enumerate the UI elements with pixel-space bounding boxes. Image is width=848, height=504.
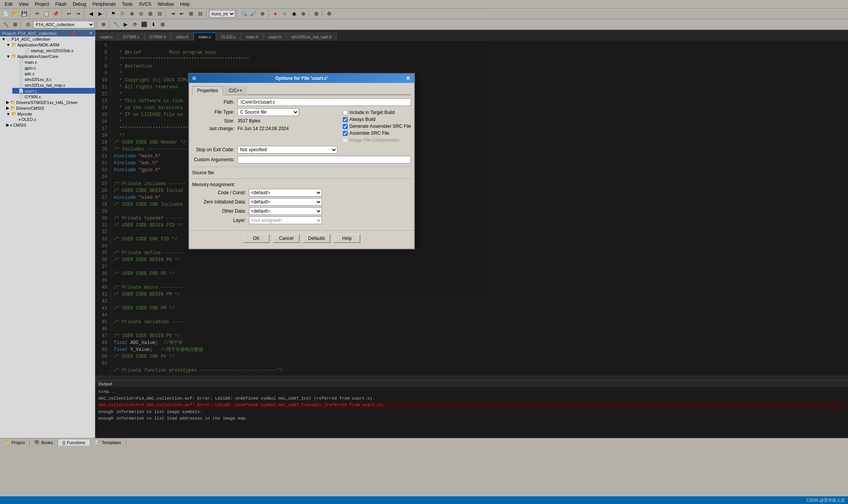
size-row: Size: 3537 Bytes — [192, 118, 329, 124]
filetype-row: File Type: C Source file C++ Source file… — [192, 108, 329, 116]
code-const-row: Code / Const: <default> — [192, 189, 411, 197]
dialog-overlay: ⊙ Options for File 'usart.c' ✕ Propertie… — [0, 0, 848, 504]
zero-init-select[interactable]: <default> — [249, 198, 322, 206]
stoponexitcode-label: Stop on Exit Code: — [192, 147, 234, 152]
check-assemble-src-input[interactable] — [343, 131, 348, 136]
size-label: Size: — [192, 118, 234, 124]
size-value: 3537 Bytes — [237, 118, 261, 124]
dialog-icon: ⊙ — [192, 76, 196, 81]
dialog-title-bar: ⊙ Options for File 'usart.c' ✕ — [189, 74, 414, 83]
check-include-target-input[interactable] — [343, 110, 348, 115]
filetype-label: File Type: — [192, 109, 234, 115]
memory-assign-title: Memory Assignment: — [192, 182, 411, 187]
dialog-cancel-btn[interactable]: Cancel — [273, 234, 300, 243]
layer-row: Layer: <not assigned> — [192, 216, 411, 224]
section-divider2 — [192, 178, 411, 179]
path-input[interactable] — [237, 98, 411, 106]
options-dialog: ⊙ Options for File 'usart.c' ✕ Propertie… — [188, 73, 415, 250]
customargs-row: Custom Arguments: — [192, 156, 411, 164]
filetype-left: File Type: C Source file C++ Source file… — [192, 108, 329, 144]
path-row: Path: — [192, 98, 411, 106]
lastchange-row: last change: Fri Jun 14 22:24:06 2024 — [192, 126, 329, 131]
dialog-help-btn[interactable]: Help — [334, 234, 360, 243]
dialog-tab-properties[interactable]: Properties — [192, 86, 223, 95]
check-always-build: Always Build — [343, 117, 411, 122]
checkboxes-section: Include in Target Build Always Build Gen… — [343, 108, 411, 144]
dialog-tab-spacer — [248, 86, 411, 95]
check-assemble-src-label: Assemble SRC File — [349, 131, 389, 136]
other-data-select[interactable]: <default> — [249, 207, 322, 215]
check-assemble-src: Assemble SRC File — [343, 131, 411, 136]
check-gen-asm-input[interactable] — [343, 124, 348, 129]
zero-init-label: Zero Initialized Data: — [192, 199, 246, 205]
filetype-section: File Type: C Source file C++ Source file… — [192, 108, 411, 144]
dialog-tabs: Properties C/C++ — [192, 86, 411, 95]
dialog-title-text: Options for File 'usart.c' — [275, 76, 328, 81]
lastchange-label: last change: — [192, 126, 234, 131]
lastchange-value: Fri Jun 14 22:24:06 2024 — [237, 126, 289, 131]
check-gen-asm-label: Generate Assembler SRC File — [349, 124, 411, 129]
section-divider — [192, 167, 411, 167]
layer-label: Layer: — [192, 218, 246, 223]
check-always-build-label: Always Build — [349, 117, 375, 122]
check-image-compress-input — [343, 138, 348, 143]
dialog-ok-btn[interactable]: OK — [243, 234, 270, 243]
customargs-label: Custom Arguments: — [192, 157, 234, 162]
check-gen-asm: Generate Assembler SRC File — [343, 124, 411, 129]
dialog-defaults-btn[interactable]: Defaults — [303, 234, 330, 243]
dialog-body: Properties C/C++ Path: File Type: C Sour… — [189, 83, 414, 229]
check-always-build-input[interactable] — [343, 117, 348, 122]
check-include-target-label: Include in Target Build — [349, 110, 395, 115]
check-include-target: Include in Target Build — [343, 110, 411, 115]
layer-select[interactable]: <not assigned> — [249, 216, 322, 224]
customargs-input[interactable] — [237, 156, 411, 164]
dialog-footer: OK Cancel Defaults Help — [189, 230, 414, 246]
check-image-compress-label: Image File Compression — [349, 137, 399, 143]
dialog-tab-cpp[interactable]: C/C++ — [224, 86, 247, 95]
code-const-select[interactable]: <default> — [249, 189, 322, 197]
code-const-label: Code / Const: — [192, 190, 246, 195]
filetype-select[interactable]: C Source file C++ Source file Assembly O… — [237, 108, 299, 116]
path-label: Path: — [192, 99, 234, 105]
stoponexitcode-row: Stop on Exit Code: Not specified 0 1 Any — [192, 146, 411, 154]
stoponexitcode-select[interactable]: Not specified 0 1 Any — [237, 146, 337, 154]
zero-init-row: Zero Initialized Data: <default> — [192, 198, 411, 206]
dialog-close-btn[interactable]: ✕ — [405, 75, 411, 81]
memory-assign-label: Memory Assignment: — [192, 182, 235, 187]
check-image-compress: Image File Compression — [343, 137, 411, 143]
source-file-section-label: Source file — [192, 170, 411, 175]
other-data-label: Other Data: — [192, 208, 246, 214]
other-data-row: Other Data: <default> — [192, 207, 411, 215]
